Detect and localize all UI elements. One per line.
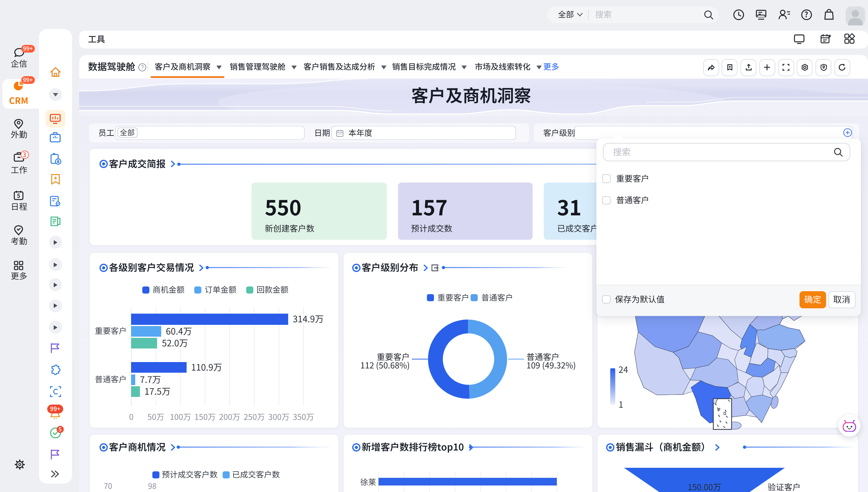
svg-text:?: ?	[141, 64, 144, 70]
